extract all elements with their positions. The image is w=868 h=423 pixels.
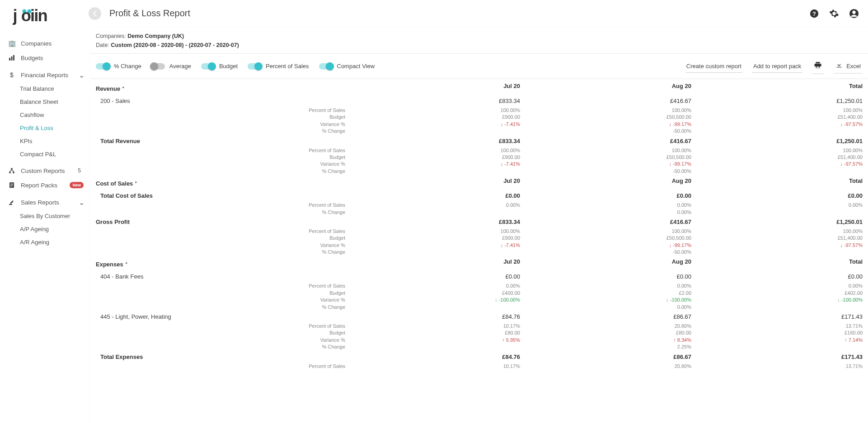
help-icon[interactable]: ? (809, 9, 819, 19)
value: £1,250.01 (691, 95, 863, 107)
sidebar-sub-ap-ageing[interactable]: A/P Ageing (0, 223, 90, 236)
date-value: Custom (2020-08 - 2020-08) - (2020-07 - … (111, 42, 239, 48)
sidebar-sub-sales-by-customer[interactable]: Sales By Customer (0, 209, 90, 223)
sublabel: Variance % (96, 121, 349, 128)
sidebar-sub-compact-pl[interactable]: Compact P&L (0, 148, 90, 161)
toggle-label: % Change (114, 63, 141, 70)
sidebar-item-budgets[interactable]: Budgets (0, 51, 90, 65)
svg-rect-13 (10, 186, 12, 186)
toggle-pct-sales[interactable]: Percent of Sales (248, 63, 309, 70)
col-header: Jul 20 (349, 80, 520, 92)
svg-rect-4 (9, 58, 10, 60)
switch-on-icon (201, 63, 215, 70)
switch-on-icon (248, 63, 261, 70)
building-icon: 🏢 (8, 40, 15, 47)
sidebar-sub-cashflow[interactable]: Cashflow (0, 108, 90, 121)
page-title: Profit & Loss Report (109, 8, 190, 19)
print-button[interactable] (812, 58, 824, 74)
toggle-average[interactable]: Average (151, 63, 191, 70)
toggle-pct-change[interactable]: % Change (96, 63, 141, 70)
line-200-sales[interactable]: 200 - Sales (96, 95, 349, 107)
count-badge: 5 (78, 167, 81, 174)
logo: j oiin (0, 5, 90, 33)
col-header: Total (691, 80, 863, 92)
main: Profit & Loss Report ? Companies: Demo C… (90, 0, 868, 423)
hierarchy-icon (8, 167, 15, 174)
value: £833.34 (349, 95, 520, 107)
sidebar: j oiin 🏢 Companies Budgets $ Financial R (0, 0, 90, 423)
excel-button[interactable]: Excel (834, 59, 863, 74)
chevron-down-icon: ⌄ (79, 71, 84, 79)
svg-text:oiin: oiin (21, 7, 47, 25)
svg-point-8 (9, 172, 11, 173)
svg-rect-5 (11, 56, 13, 60)
create-custom-report-button[interactable]: Create custom report (685, 60, 742, 73)
sidebar-sub-profit-loss[interactable]: Profit & Loss (0, 121, 90, 135)
add-to-report-pack-button[interactable]: Add to report pack (752, 60, 802, 73)
subheader: Companies: Demo Company (UK) Date: Custo… (90, 27, 868, 54)
toggle-budget[interactable]: Budget (201, 63, 238, 70)
sidebar-item-companies[interactable]: 🏢 Companies (0, 36, 90, 51)
sidebar-sub-balance-sheet[interactable]: Balance Sheet (0, 95, 90, 108)
document-icon (8, 181, 15, 189)
toggle-label: Budget (219, 63, 238, 70)
toggle-label: Compact View (337, 63, 375, 70)
caret-up-icon: ˄ (122, 86, 125, 92)
switch-on-icon (319, 63, 333, 70)
svg-text:?: ? (812, 10, 816, 17)
sidebar-sub-ar-ageing[interactable]: A/R Ageing (0, 236, 90, 249)
new-badge: New (70, 182, 84, 188)
sidebar-item-label: Custom Reports (21, 167, 65, 174)
dollar-icon: $ (8, 71, 15, 79)
section-title: Revenue (96, 85, 120, 92)
sublabel: % Change (96, 128, 349, 135)
bar-chart-icon (8, 54, 15, 61)
section-expenses[interactable]: Expenses˄ (96, 256, 349, 270)
back-button[interactable] (89, 7, 101, 20)
section-cost-of-sales[interactable]: Cost of Sales˄ (96, 175, 349, 190)
gross-profit: Gross Profit (96, 216, 349, 228)
controls-bar: % Change Average Budget Percent of Sales… (90, 54, 868, 79)
col-header: Aug 20 (520, 80, 691, 92)
sidebar-item-sales-reports[interactable]: Sales Reports ⌄ (0, 195, 90, 209)
sidebar-sub-trial-balance[interactable]: Trial Balance (0, 82, 90, 95)
svg-rect-12 (10, 185, 13, 186)
total-revenue: Total Revenue (96, 135, 349, 147)
chevron-down-icon: ⌄ (79, 198, 84, 207)
sublabel: Budget (96, 114, 349, 121)
gavel-icon (8, 199, 15, 206)
sublabel: Percent of Sales (96, 107, 349, 114)
toggle-label: Percent of Sales (266, 63, 309, 70)
sidebar-sub-kpis[interactable]: KPIs (0, 135, 90, 148)
svg-text:j: j (13, 7, 17, 25)
total-expenses: Total Expenses (96, 351, 349, 363)
companies-value: Demo Company (UK) (127, 33, 184, 39)
line-404-bank-fees[interactable]: 404 - Bank Fees (96, 270, 349, 283)
total-cost-of-sales: Total Cost of Sales (96, 190, 349, 202)
line-445-light-power-heating[interactable]: 445 - Light, Power, Heating (96, 311, 349, 323)
date-label: Date: (96, 42, 111, 48)
toggle-compact[interactable]: Compact View (319, 63, 375, 70)
gear-icon[interactable] (829, 9, 839, 19)
sidebar-item-financial-reports[interactable]: $ Financial Reports ⌄ (0, 68, 90, 82)
svg-point-18 (852, 10, 855, 14)
svg-rect-14 (9, 204, 12, 205)
printer-icon (814, 61, 822, 71)
sidebar-item-label: Companies (21, 40, 52, 47)
caret-up-icon: ˄ (135, 181, 137, 186)
toggle-label: Average (169, 63, 191, 70)
account-icon[interactable] (849, 9, 859, 19)
switch-on-icon (96, 63, 109, 70)
switch-off-icon (151, 63, 165, 70)
svg-rect-6 (13, 55, 14, 60)
sidebar-item-report-packs[interactable]: Report Packs New (0, 178, 90, 192)
topbar: Profit & Loss Report ? (90, 0, 868, 27)
sidebar-item-label: Budgets (21, 55, 43, 61)
section-revenue[interactable]: Revenue˄ (96, 80, 349, 95)
caret-up-icon: ˄ (125, 262, 128, 267)
svg-point-9 (13, 172, 14, 173)
report-body: Revenue˄ Jul 20 Aug 20 Total 200 - Sales… (90, 79, 868, 423)
svg-rect-11 (10, 184, 13, 184)
svg-point-7 (11, 168, 13, 170)
sidebar-item-custom-reports[interactable]: Custom Reports 5 (0, 163, 90, 178)
